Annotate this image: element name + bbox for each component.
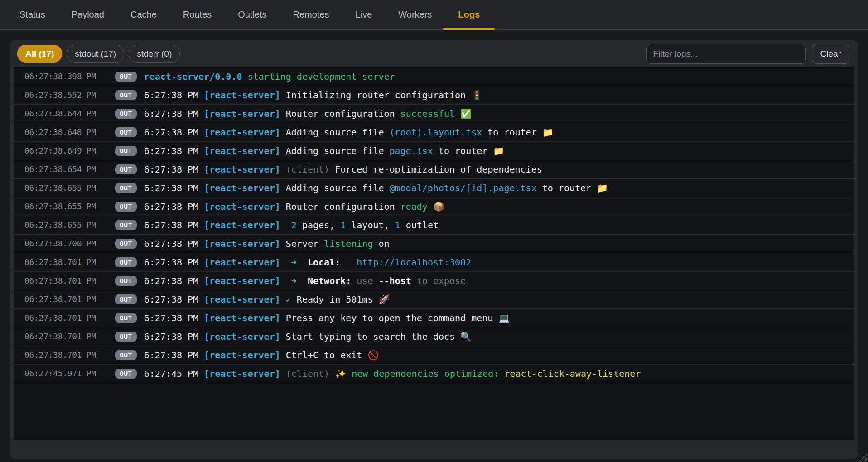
log-row: 06:27:38.552 PM OUT 6:27:38 PM [react-se… [14, 86, 854, 105]
log-message: 6:27:45 PM [react-server] (client) ✨ new… [144, 368, 641, 379]
log-timestamp: 06:27:45.971 PM [24, 369, 115, 378]
log-message: 6:27:38 PM [react-server] Router configu… [144, 201, 444, 212]
filter-logs-input[interactable] [646, 44, 806, 64]
log-message: 6:27:38 PM [react-server] ➜ Local: http:… [144, 257, 472, 268]
log-message: 6:27:38 PM [react-server] ✓ Ready in 501… [144, 294, 390, 305]
log-row: 06:27:38.649 PM OUT 6:27:38 PM [react-se… [14, 142, 854, 160]
log-row: 06:27:38.701 PM OUT 6:27:38 PM [react-se… [14, 290, 854, 309]
tab-workers[interactable]: Workers [398, 0, 432, 29]
logs-panel: All (17)stdout (17)stderr (0) Clear 06:2… [10, 40, 858, 459]
log-row: 06:27:38.701 PM OUT 6:27:38 PM [react-se… [14, 253, 854, 272]
log-timestamp: 06:27:38.701 PM [24, 332, 115, 341]
log-timestamp: 06:27:38.398 PM [24, 72, 115, 81]
filter-chip-stderr[interactable]: stderr (0) [129, 45, 180, 63]
log-message: 6:27:38 PM [react-server] Ctrl+C to exit… [144, 350, 379, 361]
log-timestamp: 06:27:38.701 PM [24, 258, 115, 267]
log-timestamp: 06:27:38.648 PM [24, 128, 115, 137]
log-message: 6:27:38 PM [react-server] Router configu… [144, 108, 472, 119]
log-message: 6:27:38 PM [react-server] Server listeni… [144, 238, 390, 249]
log-message: 6:27:38 PM [react-server] Start typing t… [144, 331, 472, 342]
tab-live[interactable]: Live [356, 0, 372, 29]
log-message: 6:27:38 PM [react-server] Adding source … [144, 127, 554, 138]
log-stream-badge: OUT [115, 294, 137, 305]
toolbar-right: Clear [646, 44, 849, 64]
log-stream-badge: OUT [115, 90, 137, 101]
clear-logs-button[interactable]: Clear [812, 44, 849, 64]
log-timestamp: 06:27:38.655 PM [24, 221, 115, 230]
log-stream-badge: OUT [115, 332, 137, 342]
log-stream-badge: OUT [115, 369, 137, 379]
log-timestamp: 06:27:38.701 PM [24, 351, 115, 360]
log-stream-badge: OUT [115, 202, 137, 212]
tab-routes[interactable]: Routes [183, 0, 212, 29]
log-timestamp: 06:27:38.649 PM [24, 146, 115, 155]
log-message: 6:27:38 PM [react-server] (client) Force… [144, 164, 542, 175]
log-message: 6:27:38 PM [react-server] ➜ Network: use… [144, 275, 466, 286]
log-stream-badge: OUT [115, 164, 137, 175]
log-row: 06:27:38.655 PM OUT 6:27:38 PM [react-se… [14, 216, 854, 235]
log-row: 06:27:38.654 PM OUT 6:27:38 PM [react-se… [14, 160, 854, 179]
log-message: 6:27:38 PM [react-server] Adding source … [144, 145, 505, 156]
log-row: 06:27:38.655 PM OUT 6:27:38 PM [react-se… [14, 179, 854, 197]
log-message: 6:27:38 PM [react-server] Press any key … [144, 313, 510, 323]
log-timestamp: 06:27:38.655 PM [24, 183, 115, 192]
resize-grip-icon[interactable] [857, 451, 867, 461]
tab-remotes[interactable]: Remotes [293, 0, 329, 29]
log-list[interactable]: 06:27:38.398 PM OUT react-server/0.0.0 s… [14, 67, 854, 440]
log-stream-badge: OUT [115, 109, 137, 119]
log-row: 06:27:38.700 PM OUT 6:27:38 PM [react-se… [14, 235, 854, 253]
log-row: 06:27:38.398 PM OUT react-server/0.0.0 s… [14, 67, 854, 86]
log-stream-badge: OUT [115, 257, 137, 268]
log-row: 06:27:45.971 PM OUT 6:27:45 PM [react-se… [14, 365, 854, 383]
log-stream-badge: OUT [115, 239, 137, 249]
log-stream-badge: OUT [115, 350, 137, 361]
log-message: 6:27:38 PM [react-server] 2 pages, 1 lay… [144, 220, 439, 231]
log-message: react-server/0.0.0 starting development … [144, 71, 395, 82]
log-stream-badge: OUT [115, 127, 137, 138]
log-message: 6:27:38 PM [react-server] Initializing r… [144, 90, 482, 101]
filter-chip-all[interactable]: All (17) [17, 45, 62, 63]
log-row: 06:27:38.648 PM OUT 6:27:38 PM [react-se… [14, 123, 854, 142]
log-timestamp: 06:27:38.701 PM [24, 313, 115, 322]
tab-status[interactable]: Status [19, 0, 45, 29]
log-row: 06:27:38.701 PM OUT 6:27:38 PM [react-se… [14, 272, 854, 290]
log-timestamp: 06:27:38.700 PM [24, 239, 115, 248]
log-stream-badge: OUT [115, 72, 137, 82]
log-timestamp: 06:27:38.644 PM [24, 109, 115, 118]
log-stream-badge: OUT [115, 220, 137, 231]
log-row: 06:27:38.701 PM OUT 6:27:38 PM [react-se… [14, 346, 854, 365]
log-stream-badge: OUT [115, 276, 137, 286]
log-timestamp: 06:27:38.701 PM [24, 295, 115, 304]
log-stream-badge: OUT [115, 313, 137, 323]
log-timestamp: 06:27:38.654 PM [24, 165, 115, 174]
log-timestamp: 06:27:38.655 PM [24, 202, 115, 211]
log-row: 06:27:38.701 PM OUT 6:27:38 PM [react-se… [14, 309, 854, 327]
tab-cache[interactable]: Cache [130, 0, 157, 29]
log-stream-badge: OUT [115, 183, 137, 193]
tab-payload[interactable]: Payload [72, 0, 104, 29]
log-timestamp: 06:27:38.552 PM [24, 91, 115, 100]
log-row: 06:27:38.655 PM OUT 6:27:38 PM [react-se… [14, 197, 854, 216]
tab-logs[interactable]: Logs [458, 0, 480, 29]
log-row: 06:27:38.701 PM OUT 6:27:38 PM [react-se… [14, 327, 854, 346]
stream-filter-chips: All (17)stdout (17)stderr (0) [17, 45, 180, 63]
log-timestamp: 06:27:38.701 PM [24, 276, 115, 285]
log-stream-badge: OUT [115, 146, 137, 156]
filter-chip-stdout[interactable]: stdout (17) [67, 45, 124, 63]
log-row: 06:27:38.644 PM OUT 6:27:38 PM [react-se… [14, 105, 854, 123]
tab-outlets[interactable]: Outlets [238, 0, 266, 29]
top-nav: StatusPayloadCacheRoutesOutletsRemotesLi… [0, 0, 868, 30]
log-message: 6:27:38 PM [react-server] Adding source … [144, 183, 608, 193]
logs-toolbar: All (17)stdout (17)stderr (0) Clear [10, 40, 858, 67]
